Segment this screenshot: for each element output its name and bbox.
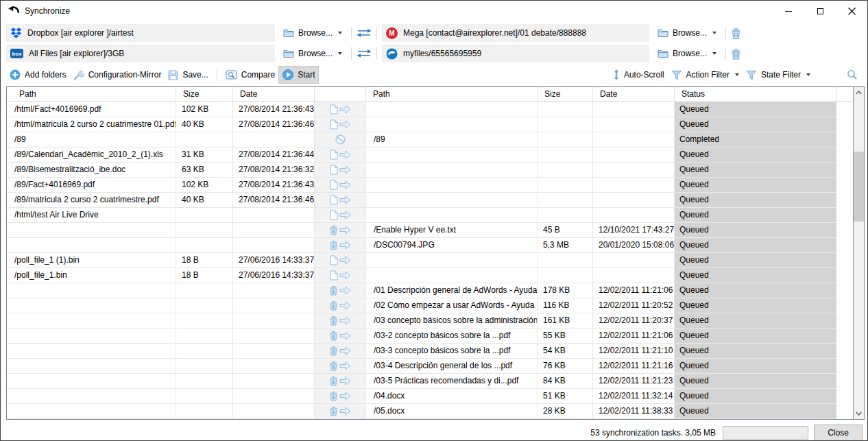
auto-scroll-button[interactable]: Auto-Scroll bbox=[610, 67, 668, 83]
right-date-cell bbox=[593, 102, 675, 117]
delete-pair-icon[interactable] bbox=[731, 48, 741, 60]
left-date-cell bbox=[233, 359, 315, 374]
table-row[interactable]: /89/Fact+4016969.pdf102 KB27/08/2014 21:… bbox=[7, 178, 853, 193]
header-status[interactable]: Status bbox=[675, 87, 836, 102]
table-row[interactable]: /DSC00794.JPG5,3 MB20/01/2020 15:08:06Qu… bbox=[7, 238, 853, 253]
table-row[interactable]: /01 Descripción general de AdWords - Ayu… bbox=[7, 283, 853, 298]
destination-path-field-1[interactable]: M Mega [contact@airexplorer.net]/01 deba… bbox=[382, 24, 649, 42]
delete-pair-icon[interactable] bbox=[731, 27, 741, 39]
separator bbox=[217, 69, 217, 81]
header-left-path[interactable]: Path bbox=[7, 87, 176, 102]
table-row[interactable]: /89/Calendari_Acadèmic_2010_2_(1).xls31 … bbox=[7, 147, 853, 163]
source-browse-button-1[interactable]: Browse... bbox=[279, 25, 346, 41]
right-path-cell bbox=[366, 178, 538, 193]
right-path-cell bbox=[366, 193, 538, 208]
left-size-cell bbox=[176, 208, 233, 223]
action-filter-button[interactable]: Action Filter bbox=[668, 67, 743, 83]
table-row[interactable]: /05.docx28 KB12/02/2011 11:38:33Queued bbox=[7, 404, 853, 419]
status-cell: Queued bbox=[675, 283, 836, 298]
right-path-cell: /03-2 concepto básicos sobre la ...pdf bbox=[366, 329, 538, 344]
left-size-cell bbox=[176, 313, 233, 329]
close-icon bbox=[848, 8, 856, 15]
left-size-cell bbox=[176, 223, 233, 238]
folder-icon bbox=[658, 49, 668, 58]
action-cell bbox=[315, 329, 366, 344]
maximize-button[interactable] bbox=[804, 1, 836, 21]
status-cell: Queued bbox=[675, 178, 836, 193]
sync-direction-icon[interactable] bbox=[357, 49, 372, 58]
delete-arrow-icon bbox=[329, 315, 351, 326]
state-filter-button[interactable]: State Filter bbox=[743, 67, 814, 83]
header-left-date[interactable]: Date bbox=[233, 87, 315, 102]
table-row[interactable]: /poll_file_1 (1).bin18 B27/06/2016 14:33… bbox=[7, 253, 853, 268]
right-date-cell: 12/02/2011 11:21:06 bbox=[593, 329, 675, 344]
status-cell: Queued bbox=[675, 404, 836, 419]
add-folders-button[interactable]: Add folders bbox=[6, 67, 70, 83]
table-row[interactable]: /03-2 concepto básicos sobre la ...pdf55… bbox=[7, 329, 853, 344]
right-date-cell bbox=[593, 268, 675, 283]
save-button[interactable]: Save... bbox=[165, 67, 211, 83]
table-row[interactable]: /html/test Air Live DriveQueued bbox=[7, 208, 853, 223]
title-bar: Synchronize bbox=[1, 1, 867, 21]
scroll-up-arrow[interactable] bbox=[854, 87, 864, 98]
source-browse-button-2[interactable]: Browse... bbox=[279, 45, 346, 62]
play-icon bbox=[282, 69, 293, 80]
right-date-cell bbox=[593, 163, 675, 178]
action-cell bbox=[315, 374, 366, 389]
vertical-scrollbar[interactable] bbox=[853, 87, 864, 419]
scrollbar-thumb[interactable] bbox=[854, 152, 864, 222]
delete-arrow-icon bbox=[329, 361, 351, 371]
filler-cell bbox=[836, 163, 853, 178]
sync-direction-icon[interactable] bbox=[357, 28, 372, 38]
filler-cell bbox=[836, 223, 853, 238]
compare-button[interactable]: Compare bbox=[222, 67, 278, 83]
source-path-field-1[interactable]: Dropbox [air explorer ]/airtest bbox=[6, 24, 275, 42]
right-path-cell: /01 Descripción general de AdWords - Ayu… bbox=[366, 283, 538, 298]
box-icon: box bbox=[10, 49, 23, 58]
left-path-cell: /89/Calendari_Acadèmic_2010_2_(1).xls bbox=[7, 147, 176, 163]
search-icon[interactable] bbox=[847, 69, 858, 80]
table-row[interactable]: /03-5 Prácticas recomendadas y di...pdf8… bbox=[7, 374, 853, 389]
source-path-text-2: All Files [air explorer]/3GB bbox=[29, 49, 124, 58]
table-row[interactable]: /html/matricula 2 curso 2 cuatrimestre 0… bbox=[7, 117, 853, 132]
header-left-size[interactable]: Size bbox=[176, 87, 233, 102]
table-row[interactable]: /04.docx51 KB12/02/2011 11:32:14Queued bbox=[7, 389, 853, 404]
right-size-cell: 84 KB bbox=[538, 374, 593, 389]
table-row[interactable]: /89/matricula 2 curso 2 cuatrimestre.pdf… bbox=[7, 193, 853, 208]
configuration-mirror-button[interactable]: Configuration-Mirror bbox=[70, 67, 165, 83]
action-cell bbox=[315, 102, 366, 117]
destination-path-field-2[interactable]: myfiles/65565695959 bbox=[382, 45, 649, 62]
destination-browse-button-1[interactable]: Browse... bbox=[653, 25, 721, 41]
wrench-icon bbox=[73, 69, 84, 80]
source-path-field-2[interactable]: box All Files [air explorer]/3GB bbox=[6, 45, 275, 62]
left-date-cell bbox=[233, 223, 315, 238]
left-date-cell bbox=[233, 374, 315, 389]
table-row[interactable]: /02 Cómo empezar a usar AdWords - Ayuda … bbox=[7, 298, 853, 313]
left-date-cell: 27/08/2014 21:36:43 bbox=[233, 178, 315, 193]
table-row[interactable]: /poll_file_1.bin18 B27/06/2016 14:33:37Q… bbox=[7, 268, 853, 283]
separator bbox=[351, 47, 352, 60]
chevron-down-icon bbox=[735, 73, 739, 76]
table-row[interactable]: /03-3 concepto básicos sobre la ...pdf54… bbox=[7, 344, 853, 359]
right-size-cell: 54 KB bbox=[538, 344, 593, 359]
table-row[interactable]: /Enable Hyper V ee.txt45 B12/10/2021 17:… bbox=[7, 223, 853, 238]
table-row[interactable]: /03-4 Descripción general de los ...pdf7… bbox=[7, 359, 853, 374]
table-row[interactable]: /03 concepto básicos sobre la administra… bbox=[7, 313, 853, 329]
header-right-path[interactable]: Path bbox=[366, 87, 538, 102]
table-row[interactable]: /html/Fact+4016969.pdf102 KB27/08/2014 2… bbox=[7, 102, 853, 117]
status-cell: Queued bbox=[675, 313, 836, 329]
start-button[interactable]: Start bbox=[278, 66, 319, 84]
minimize-button[interactable] bbox=[773, 1, 804, 21]
close-button[interactable]: Close bbox=[814, 425, 863, 441]
scroll-down-arrow[interactable] bbox=[854, 408, 864, 419]
table-row[interactable]: /89/Bisemestralització_ibe.doc63 KB27/08… bbox=[7, 163, 853, 178]
header-action[interactable] bbox=[315, 87, 366, 102]
table-row[interactable]: /89/89Completed bbox=[7, 132, 853, 147]
right-size-cell: 5,3 MB bbox=[538, 238, 593, 253]
destination-browse-button-2[interactable]: Browse... bbox=[653, 45, 721, 62]
close-window-button[interactable] bbox=[836, 1, 867, 21]
header-right-date[interactable]: Date bbox=[593, 87, 675, 102]
header-right-size[interactable]: Size bbox=[538, 87, 593, 102]
left-size-cell bbox=[176, 389, 233, 404]
right-date-cell: 12/10/2021 17:43:27 bbox=[593, 223, 675, 238]
